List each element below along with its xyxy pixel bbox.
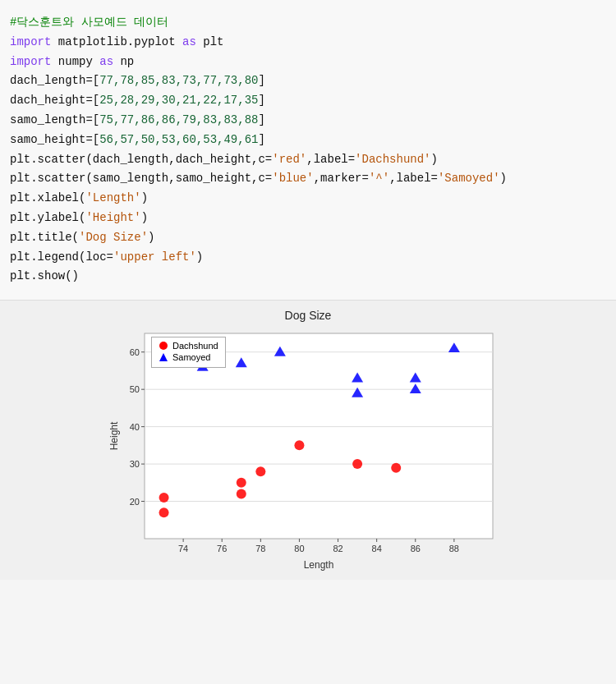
chart-wrapper: Dog Size 20304050607476788082848688Lengt…	[107, 309, 509, 572]
svg-text:86: 86	[411, 544, 421, 553]
dachshund-label: Dachshund	[172, 341, 218, 351]
code-line: plt.xlabel('Length')	[10, 189, 606, 209]
svg-text:84: 84	[372, 544, 382, 553]
chart-title: Dog Size	[107, 309, 509, 322]
code-line: plt.legend(loc='upper left')	[10, 248, 606, 268]
legend-box: Dachshund Samoyed	[151, 337, 226, 368]
svg-text:82: 82	[333, 544, 342, 553]
legend-samoyed: Samoyed	[159, 352, 218, 362]
samoyed-label: Samoyed	[172, 352, 210, 362]
svg-text:50: 50	[130, 384, 140, 394]
svg-point-34	[237, 478, 246, 488]
code-line: plt.ylabel('Height')	[10, 209, 606, 228]
svg-text:40: 40	[130, 422, 140, 432]
code-line: import numpy as np	[10, 53, 606, 72]
svg-text:74: 74	[178, 544, 188, 553]
code-line: plt.show()	[10, 267, 606, 287]
svg-point-41	[294, 441, 304, 451]
chart-section: Dog Size 20304050607476788082848688Lengt…	[0, 301, 616, 580]
comment-line: #닥스훈트와 사모예드 데이터	[10, 13, 606, 33]
code-line: import matplotlib.pyplot as plt	[10, 33, 606, 53]
svg-text:60: 60	[130, 347, 140, 357]
svg-point-38	[159, 493, 169, 503]
svg-point-35	[255, 466, 265, 476]
svg-marker-51	[159, 353, 168, 361]
code-line: plt.title('Dog Size')	[10, 228, 606, 248]
svg-text:20: 20	[130, 497, 140, 507]
chart-area: 20304050607476788082848688LengthHeight D…	[107, 325, 509, 572]
svg-point-50	[159, 342, 168, 350]
legend-dachshund: Dachshund	[159, 341, 218, 351]
code-line: dach_length=[77,78,85,83,73,77,73,80]	[10, 71, 606, 91]
dachshund-icon	[159, 341, 168, 351]
code-line: samo_length=[75,77,86,86,79,83,83,88]	[10, 111, 606, 131]
svg-text:88: 88	[449, 544, 459, 553]
svg-text:30: 30	[130, 459, 140, 469]
svg-point-39	[237, 489, 246, 499]
code-line: samo_height=[56,57,50,53,60,53,49,61]	[10, 131, 606, 150]
svg-point-37	[352, 459, 362, 469]
code-line: plt.scatter(samo_length,samo_height,c='b…	[10, 169, 606, 189]
svg-text:Length: Length	[304, 559, 334, 571]
svg-text:78: 78	[255, 544, 265, 553]
svg-point-40	[159, 507, 169, 517]
svg-text:80: 80	[294, 544, 304, 553]
samoyed-icon	[159, 352, 168, 362]
code-block: #닥스훈트와 사모예드 데이터 import matplotlib.pyplot…	[0, 0, 616, 301]
svg-text:Height: Height	[108, 421, 120, 450]
code-line: dach_height=[25,28,29,30,21,22,17,35]	[10, 91, 606, 111]
code-line: plt.scatter(dach_length,dach_height,c='r…	[10, 150, 606, 170]
svg-text:76: 76	[217, 544, 227, 553]
svg-point-36	[391, 463, 401, 473]
